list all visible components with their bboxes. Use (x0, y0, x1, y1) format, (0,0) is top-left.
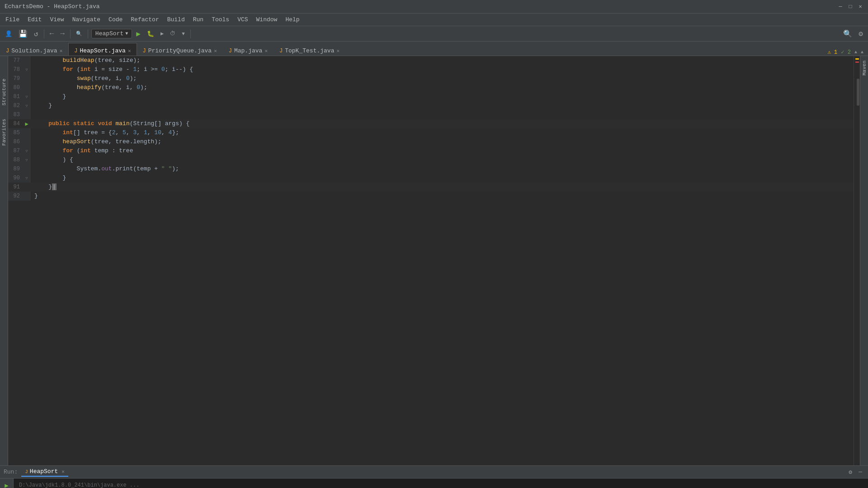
menu-tools[interactable]: Tools (208, 15, 233, 24)
toolbar: 👤 💾 ↺ ← → 🔍 HeapSort ▼ ▶ 🐛 ▶ ⏱ ▼ 🔍 ⚙ (0, 26, 868, 42)
run-sidebar: ▶ ▲ ■ ☰ ▼ ⚙ 🖨 ✕ (0, 479, 14, 488)
nav-back-button[interactable]: ← (47, 28, 57, 39)
window-controls: — □ ✕ (837, 4, 863, 10)
tab-priorityqueue[interactable]: J PriorityQueue.java ✕ (137, 43, 223, 56)
scrollbar-area[interactable] (854, 56, 860, 465)
run-panel-minimize[interactable]: — (856, 467, 864, 477)
scroll-up-icon[interactable]: ▲ (861, 50, 863, 55)
menu-window[interactable]: Window (253, 15, 281, 24)
tab-topktest[interactable]: J TopK_Test.java ✕ (274, 43, 345, 56)
menu-code[interactable]: Code (105, 15, 126, 24)
run-tab-heapsort[interactable]: J HeapSort ✕ (21, 467, 68, 477)
run-panel-buttons: ⚙ — (846, 467, 864, 477)
table-row: 83 (8, 110, 854, 119)
run-tab-label: HeapSort (30, 468, 58, 475)
table-row: 78 ▽ for (int i = size - 1; i >= 0; i--)… (8, 65, 854, 74)
warning-count: ⚠ 1 (828, 49, 838, 56)
tab-map-close[interactable]: ✕ (264, 48, 268, 54)
toolbar-project-btn[interactable]: 👤 (3, 29, 14, 39)
title-bar: EchartsDemo - HeapSort.java — □ ✕ (0, 0, 868, 14)
menu-navigate[interactable]: Navigate (69, 15, 104, 24)
close-button[interactable]: ✕ (857, 4, 863, 10)
table-row: 81 ▽ } (8, 92, 854, 101)
menu-view[interactable]: View (46, 15, 67, 24)
tab-solution[interactable]: J Solution.java ✕ (0, 43, 68, 56)
run-config-selector[interactable]: HeapSort ▼ (91, 29, 132, 38)
menu-build[interactable]: Build (164, 15, 189, 24)
menu-edit[interactable]: Edit (24, 15, 45, 24)
run-config-name: HeapSort (95, 30, 123, 37)
tab-heapsort-label: HeapSort.java (80, 47, 125, 54)
code-editor[interactable]: 77 buildHeap(tree, size); 78 ▽ for (int … (8, 56, 854, 465)
toolbar-sep-3 (88, 29, 88, 38)
maximize-button[interactable]: □ (847, 4, 854, 10)
warning-marker (855, 58, 859, 60)
table-row: 85 int[] tree = {2, 5, 3, 1, 10, 4}; (8, 128, 854, 137)
tab-solution-label: Solution.java (11, 47, 57, 54)
run-panel-settings[interactable]: ⚙ (846, 467, 854, 477)
topktest-file-icon: J (279, 48, 283, 54)
more-run-opts[interactable]: ▼ (179, 30, 187, 38)
coverage-button[interactable]: ▶ (158, 29, 166, 38)
toolbar-sync-btn[interactable]: ↺ (32, 28, 41, 40)
run-panel-title: Run: (4, 469, 18, 475)
table-row: 86 heapSort(tree, tree.length); (8, 137, 854, 146)
settings-btn[interactable]: ⚙ (856, 28, 865, 40)
sidebar-favorites[interactable]: Favorites (1, 119, 7, 145)
ok-count: ✓ 2 (841, 49, 851, 56)
run-panel-content: ▶ ▲ ■ ☰ ▼ ⚙ 🖨 ✕ D:\Java\jdk1.8.0_241\bin… (0, 479, 868, 488)
editor-area: 77 buildHeap(tree, size); 78 ▽ for (int … (8, 56, 868, 465)
toolbar-right: 🔍 ⚙ (841, 28, 865, 40)
menu-vcs[interactable]: VCS (234, 15, 251, 24)
tab-topktest-label: TopK_Test.java (285, 47, 334, 54)
tab-heapsort[interactable]: J HeapSort.java ✕ (68, 43, 137, 56)
table-row: 82 ▽ } (8, 101, 854, 110)
menu-help[interactable]: Help (282, 15, 303, 24)
nav-forward-button[interactable]: → (58, 28, 67, 39)
run-panel: Run: J HeapSort ✕ ⚙ — ▶ ▲ ■ ☰ ▼ ⚙ 🖨 ✕ D:… (0, 465, 868, 488)
output-java-path: D:\Java\jdk1.8.0_241\bin\java.exe ... (19, 480, 863, 488)
toolbar-sep-1 (44, 29, 44, 38)
table-row: 89 System.out.print(temp + " "); (8, 164, 854, 174)
expand-icon[interactable]: ▲ (854, 50, 857, 55)
table-row: 91 }| (8, 183, 854, 192)
tab-topktest-close[interactable]: ✕ (336, 48, 340, 54)
maven-panel[interactable]: Maven (860, 56, 868, 465)
run-output: D:\Java\jdk1.8.0_241\bin\java.exe ... 1 … (14, 479, 868, 488)
run-tab-close[interactable]: ✕ (61, 469, 65, 474)
table-row: 87 ▽ for (int temp : tree (8, 146, 854, 155)
tab-heapsort-close[interactable]: ✕ (128, 48, 131, 54)
menu-refactor[interactable]: Refactor (127, 15, 162, 24)
run-panel-header: Run: J HeapSort ✕ ⚙ — (0, 466, 868, 479)
map-file-icon: J (229, 48, 232, 54)
solution-file-icon: J (6, 48, 9, 54)
table-row: 88 ▽ ) { (8, 155, 854, 164)
debug-button[interactable]: 🐛 (145, 29, 156, 39)
table-row: 79 swap(tree, i, 0); (8, 74, 854, 83)
main-area: Structure Favorites 77 buildHeap(tree, s… (0, 56, 868, 465)
tab-map[interactable]: J Map.java ✕ (223, 43, 274, 56)
table-row: 77 buildHeap(tree, size); (8, 56, 854, 65)
tab-solution-close[interactable]: ✕ (60, 48, 63, 54)
scroll-thumb[interactable] (857, 79, 859, 106)
menu-file[interactable]: File (2, 15, 23, 24)
profile-button[interactable]: ⏱ (168, 29, 178, 38)
sidebar-structure[interactable]: Structure (1, 79, 7, 105)
toolbar-sep-4 (190, 29, 191, 38)
run-again-button[interactable]: ▶ (2, 480, 10, 488)
table-row: 92 } (8, 192, 854, 201)
run-button[interactable]: ▶ (134, 28, 143, 40)
search-btn[interactable]: 🔍 (841, 28, 854, 40)
run-config-dropdown-icon: ▼ (125, 31, 128, 36)
tab-priorityqueue-label: PriorityQueue.java (148, 47, 212, 54)
left-sidebar: Structure Favorites (0, 56, 8, 465)
minimize-button[interactable]: — (837, 4, 844, 10)
title-text: EchartsDemo - HeapSort.java (5, 3, 100, 10)
toolbar-save-btn[interactable]: 💾 (16, 28, 30, 40)
table-row: 80 heapify(tree, i, 0); (8, 83, 854, 92)
toolbar-search-everywhere[interactable]: 🔍 (74, 29, 85, 38)
priorityqueue-file-icon: J (143, 48, 146, 54)
table-row: 84 ▶ public static void main(String[] ar… (8, 119, 854, 128)
tab-priorityqueue-close[interactable]: ✕ (214, 48, 217, 54)
menu-run[interactable]: Run (189, 15, 207, 24)
